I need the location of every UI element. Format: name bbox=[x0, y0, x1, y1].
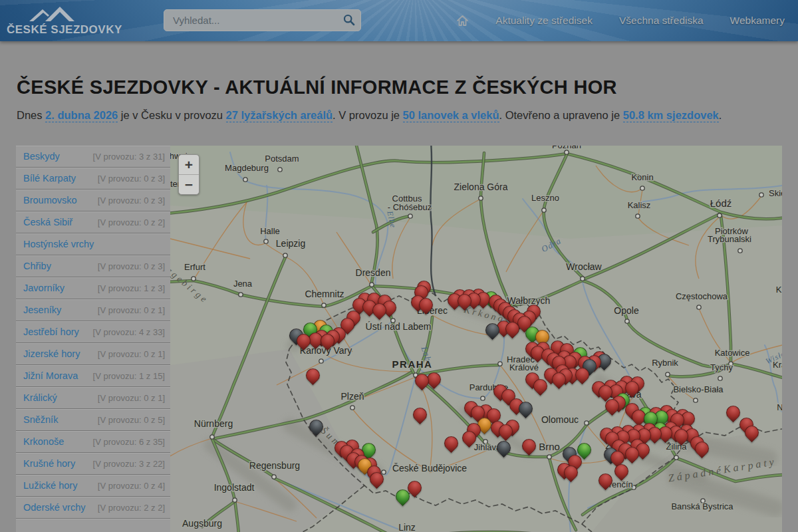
region-status: [V provozu: 0 z 3] bbox=[98, 174, 165, 184]
sidebar-item[interactable]: Jestřebí hory[V provozu: 4 z 33] bbox=[16, 321, 170, 343]
city-label: Wałbrzych bbox=[507, 295, 551, 306]
city-label: Ingolstadt bbox=[214, 482, 255, 493]
sidebar-item[interactable]: Krkonoše[V provozu: 6 z 35] bbox=[16, 431, 170, 453]
home-icon bbox=[456, 15, 469, 27]
city-dot bbox=[694, 398, 698, 402]
region-status: [V provozu: 0 z 1] bbox=[98, 305, 165, 315]
sidebar-item[interactable]: Česká Sibiř[V provozu: 0 z 2] bbox=[16, 211, 170, 233]
sidebar-item[interactable]: Sněžník[V provozu: 0 z 5] bbox=[16, 409, 170, 431]
city-label: Linz bbox=[398, 522, 416, 532]
region-status: [V provozu: 0 z 5] bbox=[98, 415, 165, 425]
city-dot bbox=[674, 456, 678, 460]
region-name[interactable]: Krušné hory bbox=[23, 458, 75, 469]
map-zoom-control: + − bbox=[178, 154, 200, 195]
city-label: Kalisz bbox=[628, 200, 651, 210]
city-label: N bbox=[777, 402, 782, 412]
region-status: [V provozu: 0 z 2] bbox=[98, 217, 165, 227]
page-title: ČESKÉ SJEZDOVKY - AKTUÁLNÍ INFORMACE Z Č… bbox=[17, 76, 617, 98]
city-label: - Chóśebuz bbox=[388, 202, 432, 212]
city-label: Augsburg bbox=[182, 518, 222, 529]
city-label: Częstochowa bbox=[676, 291, 728, 301]
region-status: [V provozu: 0 z 1] bbox=[98, 349, 165, 359]
mountains-icon bbox=[28, 5, 85, 23]
city-label: Zielona Góra bbox=[454, 182, 508, 192]
region-status: [V provozu: 0 z 4] bbox=[98, 481, 165, 491]
region-name[interactable]: Jizerské hory bbox=[23, 348, 80, 359]
region-name[interactable]: Javorníky bbox=[23, 283, 65, 293]
zoom-out-button[interactable]: − bbox=[179, 175, 199, 194]
city-dot bbox=[278, 168, 282, 172]
city-dot bbox=[640, 186, 644, 190]
region-name[interactable]: Beskydy bbox=[23, 151, 60, 162]
region-status: [V provozu: 3 z 22] bbox=[93, 459, 165, 469]
sidebar-item[interactable]: Javorníky[V provozu: 1 z 3] bbox=[16, 277, 170, 299]
city-label: Nürnberg bbox=[194, 418, 233, 429]
region-name[interactable]: Sněžník bbox=[23, 414, 58, 425]
city-label: Opole bbox=[614, 305, 639, 316]
map-canvas[interactable]: Š u m a v aK r k o n o š eE r z g e b i … bbox=[170, 146, 782, 532]
sidebar-item[interactable] bbox=[16, 519, 170, 532]
region-name[interactable]: Česká Sibiř bbox=[23, 217, 72, 227]
site-logo-text: ČESKÉ SJEZDOVKY bbox=[7, 23, 122, 37]
intro-suffix: . bbox=[719, 109, 722, 121]
sidebar-item[interactable]: Beskydy[V provozu: 3 z 31] bbox=[16, 146, 170, 168]
region-name[interactable]: Jestřebí hory bbox=[23, 327, 79, 337]
city-dot bbox=[382, 470, 386, 474]
region-status: [V provozu: 3 z 31] bbox=[93, 152, 165, 162]
city-label: Bielsko-Biała bbox=[673, 384, 724, 394]
sidebar-item[interactable]: Oderské vrchy[V provozu: 2 z 2] bbox=[16, 497, 170, 519]
region-name[interactable]: Lužické hory bbox=[23, 480, 77, 491]
region-name[interactable]: Krkonoše bbox=[23, 436, 64, 447]
city-dot bbox=[636, 214, 640, 218]
sidebar-item[interactable]: Jizerské hory[V provozu: 0 z 1] bbox=[16, 343, 170, 365]
city-label: K bbox=[776, 285, 782, 295]
search-button[interactable] bbox=[339, 13, 358, 29]
region-name[interactable]: Jižní Morava bbox=[23, 370, 78, 381]
region-name[interactable]: Hostýnské vrchy bbox=[23, 239, 94, 249]
region-status: [V provozu: 0 z 3] bbox=[98, 261, 165, 271]
sidebar-item[interactable]: Chřiby[V provozu: 0 z 3] bbox=[16, 255, 170, 277]
city-dot bbox=[319, 359, 323, 363]
region-name[interactable]: Králický bbox=[23, 392, 57, 403]
date-link[interactable]: 2. dubna 2026 bbox=[45, 109, 118, 122]
nav-aktuality[interactable]: Aktuality ze středisek bbox=[495, 15, 593, 27]
city-dot bbox=[272, 475, 276, 479]
city-label: Leipzig bbox=[276, 238, 305, 249]
region-name[interactable]: Jeseníky bbox=[23, 305, 61, 315]
city-label: PRAHA bbox=[392, 358, 433, 370]
region-name[interactable]: Broumovsko bbox=[23, 195, 77, 205]
region-name[interactable]: Oderské vrchy bbox=[23, 502, 85, 513]
sidebar-item[interactable]: Bílé Karpaty[V provozu: 0 z 3] bbox=[16, 168, 170, 190]
city-dot bbox=[264, 239, 268, 243]
sidebar-item[interactable]: Jeseníky[V provozu: 0 z 1] bbox=[16, 299, 170, 321]
home-button[interactable] bbox=[456, 15, 469, 27]
sidebar-item[interactable]: Králický[V provozu: 0 z 1] bbox=[16, 387, 170, 409]
zoom-in-button[interactable]: + bbox=[179, 155, 199, 175]
city-dot bbox=[210, 435, 214, 439]
city-label: Plzeň bbox=[340, 391, 364, 402]
sidebar-item[interactable]: Krušné hory[V provozu: 3 z 22] bbox=[16, 453, 170, 475]
sidebar-item[interactable]: Lužické hory[V provozu: 0 z 4] bbox=[16, 475, 170, 497]
lifts-link[interactable]: 50 lanovek a vleků bbox=[403, 109, 499, 122]
region-status: [V provozu: 0 z 1] bbox=[98, 393, 165, 403]
site-logo[interactable]: ČESKÉ SJEZDOVKY bbox=[5, 3, 118, 39]
km-link[interactable]: 50.8 km sjezdovek bbox=[623, 109, 719, 122]
areas-link[interactable]: 27 lyžařských areálů bbox=[226, 109, 333, 122]
intro-mid3: . Otevřeno a upraveno je bbox=[499, 109, 623, 121]
city-dot bbox=[542, 208, 546, 212]
region-name[interactable]: Chřiby bbox=[23, 261, 51, 271]
sidebar-item[interactable]: Hostýnské vrchy bbox=[16, 233, 170, 255]
city-label: Wrocław bbox=[566, 261, 602, 272]
region-status: [V provozu: 4 z 33] bbox=[93, 327, 165, 337]
nav-strediska[interactable]: Všechna střediska bbox=[619, 15, 704, 27]
region-name[interactable]: Bílé Karpaty bbox=[23, 173, 76, 184]
sidebar-item[interactable]: Jižní Morava[V provozu: 1 z 15] bbox=[16, 365, 170, 387]
sidebar-item[interactable]: Broumovsko[V provozu: 0 z 3] bbox=[16, 190, 170, 211]
nav-webkamery[interactable]: Webkamery bbox=[730, 15, 785, 27]
city-label: Skierniewice bbox=[769, 188, 782, 198]
city-label: Potsdam bbox=[265, 154, 299, 164]
city-dot bbox=[408, 214, 412, 218]
main-nav: Aktuality ze středisek Všechna střediska… bbox=[456, 0, 785, 41]
search-input[interactable] bbox=[164, 10, 347, 31]
city-label: Chemnitz bbox=[305, 289, 344, 299]
